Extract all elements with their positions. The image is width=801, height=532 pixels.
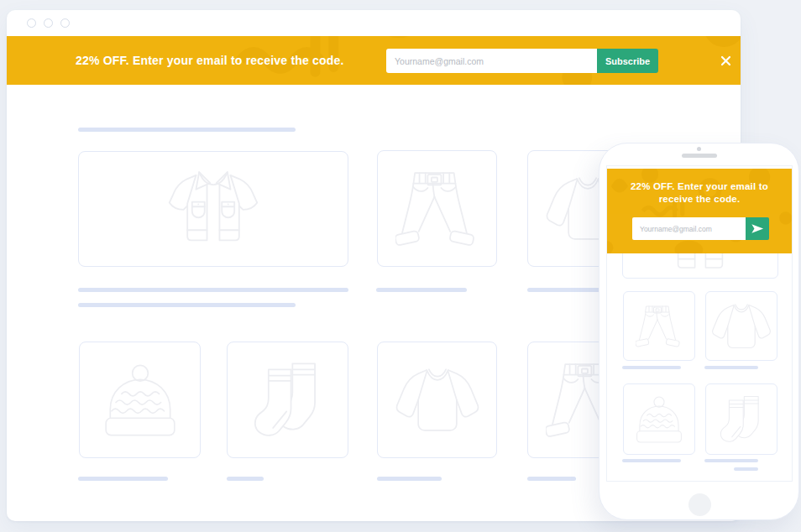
window-control-icon[interactable] — [27, 18, 36, 28]
placeholder-line — [376, 288, 467, 292]
product-card-socks[interactable] — [227, 342, 348, 458]
product-card-socks[interactable] — [705, 383, 777, 455]
raglan-shirt-icon — [391, 362, 484, 439]
socks-icon — [718, 393, 765, 446]
pants-icon — [636, 296, 683, 357]
product-card-raglan[interactable] — [377, 342, 497, 458]
speaker-icon — [682, 154, 717, 158]
mobile-banner-message: 22% OFF. Enter your email to receive the… — [607, 180, 792, 206]
send-arrow-icon — [751, 223, 764, 234]
product-card-beanie[interactable] — [623, 383, 695, 455]
raglan-shirt-icon — [709, 300, 774, 353]
mobile-promo-banner: 22% OFF. Enter your email to receive the… — [607, 169, 792, 253]
page-background: 22% OFF. Enter your email to receive the… — [0, 0, 801, 532]
placeholder-line — [227, 477, 264, 481]
beanie-icon — [97, 358, 183, 442]
subscribe-form: Subscribe — [386, 49, 658, 73]
mobile-subscribe-form — [632, 217, 769, 240]
placeholder-heading-line — [78, 303, 296, 307]
close-banner-button[interactable] — [718, 53, 733, 68]
placeholder-line — [527, 477, 576, 481]
placeholder-line — [734, 467, 758, 471]
product-card-pants[interactable] — [623, 291, 695, 361]
product-card-pants[interactable] — [377, 150, 497, 267]
placeholder-line — [704, 366, 758, 369]
banner-message: 22% OFF. Enter your email to receive the… — [76, 36, 344, 85]
camera-icon — [697, 147, 701, 151]
close-icon — [720, 55, 731, 66]
product-card-vest[interactable] — [78, 151, 348, 267]
placeholder-line — [622, 459, 681, 462]
pants-icon — [395, 159, 479, 258]
phone-mockup: 22% OFF. Enter your email to receive the… — [599, 143, 799, 520]
home-button[interactable] — [688, 493, 711, 516]
window-control-icon[interactable] — [44, 18, 53, 28]
beanie-icon — [631, 394, 687, 446]
promo-banner: 22% OFF. Enter your email to receive the… — [7, 36, 741, 85]
email-input[interactable] — [386, 49, 597, 73]
product-card-beanie[interactable] — [79, 342, 201, 458]
mobile-send-button[interactable] — [746, 217, 769, 240]
subscribe-button[interactable]: Subscribe — [597, 49, 658, 73]
placeholder-line — [704, 459, 758, 462]
window-control-icon[interactable] — [60, 18, 70, 28]
vest-icon — [166, 165, 260, 253]
product-card-raglan[interactable] — [705, 291, 777, 361]
mobile-email-input[interactable] — [632, 217, 746, 240]
browser-topbar — [7, 10, 741, 36]
phone-screen: 22% OFF. Enter your email to receive the… — [606, 165, 793, 482]
placeholder-line — [78, 288, 348, 292]
socks-icon — [250, 359, 326, 441]
placeholder-line — [622, 366, 681, 369]
placeholder-line — [78, 477, 168, 481]
placeholder-line — [377, 477, 442, 481]
placeholder-heading-line — [78, 128, 296, 132]
